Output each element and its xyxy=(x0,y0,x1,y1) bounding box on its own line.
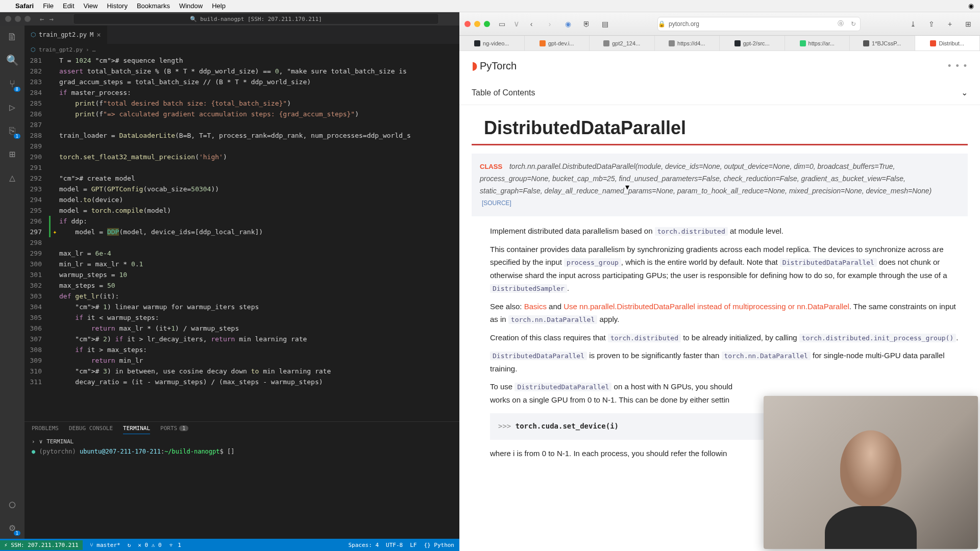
share-icon[interactable]: ⇪ xyxy=(925,18,938,30)
macos-menubar: Safari File Edit View History Bookmarks … xyxy=(0,0,980,12)
command-center-text: build-nanogpt [SSH: 207.211.170.211] xyxy=(200,16,322,22)
class-signature: CLASS torch.nn.parallel.DistributedDataP… xyxy=(472,154,968,216)
chevron-right-icon[interactable]: › xyxy=(32,438,35,445)
browser-tab[interactable]: ng-video... xyxy=(459,36,525,51)
toc-toggle[interactable]: Table of Contents ⌄ xyxy=(459,81,980,105)
tab-filename: train_gpt2.py xyxy=(39,31,87,38)
editor-tabs: ⬡ train_gpt2.py M × xyxy=(24,26,459,44)
vscode-traffic-lights[interactable] xyxy=(5,16,31,22)
status-sync[interactable]: ↻ xyxy=(128,542,131,548)
settings-icon[interactable]: ⚙1 xyxy=(5,520,19,535)
webcam-overlay xyxy=(764,396,978,549)
safari-tabstrip: ng-video...gpt-dev.i...gpt2_124...https:… xyxy=(459,36,980,51)
activity-bar: 🗎 🔍 ⑂8 ▷ ⎘1 ⊞ △ ◯ ⚙1 xyxy=(0,26,24,539)
browser-tab[interactable]: gpt-2/src... xyxy=(720,36,785,51)
status-problems[interactable]: ✕ 0 ⚠ 0 xyxy=(138,542,161,548)
term-host: ubuntu@207-211-170-211 xyxy=(80,448,161,455)
menu-dots-icon[interactable]: • • • xyxy=(948,61,968,71)
browser-tab[interactable]: https://ar... xyxy=(785,36,850,51)
terminal-panel: PROBLEMS DEBUG CONSOLE TERMINAL PORTS1 ›… xyxy=(24,421,459,539)
back-button[interactable]: ‹ xyxy=(525,18,538,30)
terminal-label: TERMINAL xyxy=(46,438,74,445)
vscode-window: ←→ 🔍 build-nanogpt [SSH: 207.211.170.211… xyxy=(0,12,459,551)
class-label: CLASS xyxy=(480,163,502,170)
search-icon: 🔍 xyxy=(190,16,197,22)
status-encoding[interactable]: UTF-8 xyxy=(386,542,403,548)
debug-icon[interactable]: ▷ xyxy=(5,100,19,114)
fwd-button[interactable]: › xyxy=(543,18,556,30)
breadcrumb-more: … xyxy=(92,46,96,53)
remote-icon[interactable]: ⎘1 xyxy=(5,123,19,138)
status-signal[interactable]: ᯤ 1 xyxy=(169,542,181,548)
term-prompt: $ xyxy=(220,448,224,455)
tab-overview-icon[interactable]: ⊞ xyxy=(962,18,975,30)
safari-traffic-lights[interactable] xyxy=(464,21,490,27)
browser-tab[interactable]: https://d4... xyxy=(655,36,720,51)
menu-history[interactable]: History xyxy=(107,2,127,10)
status-branch[interactable]: ⑂ master* xyxy=(90,542,120,548)
nav-back-icon[interactable]: ← xyxy=(40,15,44,23)
extensions-icon[interactable]: ⊞ xyxy=(5,147,19,161)
panel-problems[interactable]: PROBLEMS xyxy=(32,425,59,434)
translate-icon[interactable]: ⓐ xyxy=(838,19,844,28)
pytorch-logo[interactable]: ◗PyTorch xyxy=(472,59,517,72)
url-text: pytorch.org xyxy=(669,20,699,28)
panel-debug[interactable]: DEBUG CONSOLE xyxy=(69,425,113,434)
code-editor[interactable]: 281T = 1024 "cm"># sequence length282ass… xyxy=(24,55,459,421)
menu-view[interactable]: View xyxy=(84,2,98,10)
chevron-down-icon[interactable]: ∨ xyxy=(39,438,43,445)
vscode-titlebar: ←→ 🔍 build-nanogpt [SSH: 207.211.170.211… xyxy=(0,12,459,26)
browser-tab[interactable]: 1*BJCssP... xyxy=(850,36,915,51)
editor-tab[interactable]: ⬡ train_gpt2.py M × xyxy=(24,26,108,44)
basics-link[interactable]: Basics xyxy=(524,302,547,311)
address-bar[interactable]: 🔒 pytorch.org ⓐ ↻ xyxy=(657,17,861,31)
page-title: DistributedDataParallel xyxy=(472,105,968,145)
privacy-report-icon[interactable]: ◉ xyxy=(561,18,575,30)
nav-fwd-icon[interactable]: → xyxy=(49,15,53,23)
account-icon[interactable]: ◯ xyxy=(5,497,19,511)
command-center[interactable]: 🔍 build-nanogpt [SSH: 207.211.170.211] xyxy=(73,13,439,24)
status-bar: ⚡ SSH: 207.211.170.211 ⑂ master* ↻ ✕ 0 ⚠… xyxy=(0,539,459,551)
testing-icon[interactable]: △ xyxy=(5,170,19,185)
app-menu[interactable]: Safari xyxy=(15,2,34,10)
reader-icon[interactable]: ▤ xyxy=(598,18,611,30)
scm-icon[interactable]: ⑂8 xyxy=(5,77,19,91)
breadcrumb[interactable]: ⬡ train_gpt2.py › … xyxy=(24,44,459,55)
tab-modified: M xyxy=(90,31,93,38)
source-link[interactable]: [SOURCE] xyxy=(482,199,511,207)
menu-edit[interactable]: Edit xyxy=(63,2,74,10)
search-activity-icon[interactable]: 🔍 xyxy=(5,53,19,67)
term-env: (pytorchn) xyxy=(39,448,76,455)
menu-file[interactable]: File xyxy=(43,2,54,10)
status-eol[interactable]: LF xyxy=(410,542,416,548)
safari-toolbar: ▭ ∨ ‹ › ◉ ⛨ ▤ 🔒 pytorch.org ⓐ ↻ ⤓ ⇪ + ⊞ xyxy=(459,12,980,36)
menu-help[interactable]: Help xyxy=(212,2,226,10)
signature-text: torch.nn.parallel.DistributedDataParalle… xyxy=(480,162,932,195)
term-path: ~/build-nanogpt xyxy=(164,448,219,455)
explorer-icon[interactable]: 🗎 xyxy=(5,30,19,44)
downloads-icon[interactable]: ⤓ xyxy=(906,18,920,30)
menu-bookmarks[interactable]: Bookmarks xyxy=(137,2,170,10)
tab-close-icon[interactable]: × xyxy=(96,31,101,39)
menubar-obs-icon[interactable]: ◉ xyxy=(968,2,974,10)
breadcrumb-file: train_gpt2.py xyxy=(39,46,83,53)
toc-label: Table of Contents xyxy=(472,88,535,97)
reload-icon[interactable]: ↻ xyxy=(851,20,856,28)
panel-ports[interactable]: PORTS1 xyxy=(160,425,188,434)
panel-terminal[interactable]: TERMINAL xyxy=(123,425,150,434)
status-ssh[interactable]: ⚡ SSH: 207.211.170.211 xyxy=(0,540,83,550)
browser-tab[interactable]: Distribut... xyxy=(915,36,981,51)
ddp-link[interactable]: Use nn.parallel.DistributedDataParallel … xyxy=(564,302,849,311)
browser-tab[interactable]: gpt2_124... xyxy=(590,36,655,51)
browser-tab[interactable]: gpt-dev.i... xyxy=(525,36,590,51)
term-cursor: [] xyxy=(227,448,234,455)
terminal[interactable]: ● (pytorchn) ubuntu@207-211-170-211:~/bu… xyxy=(24,446,459,539)
chevron-down-icon: ⌄ xyxy=(961,88,968,97)
sidebar-toggle-icon[interactable]: ▭ xyxy=(495,18,508,30)
status-spaces[interactable]: Spaces: 4 xyxy=(348,542,379,548)
lock-icon: 🔒 xyxy=(658,20,666,28)
menu-window[interactable]: Window xyxy=(179,2,203,10)
status-lang[interactable]: {} Python xyxy=(424,542,454,548)
new-tab-icon[interactable]: + xyxy=(943,18,957,30)
shield-icon[interactable]: ⛨ xyxy=(580,18,593,30)
